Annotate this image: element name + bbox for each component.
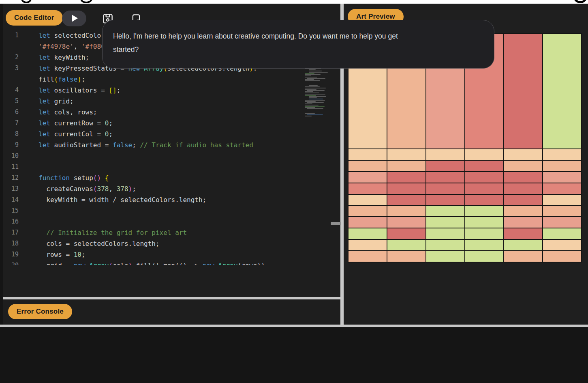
minimap-line — [309, 69, 316, 70]
line-number: 19 — [3, 249, 19, 260]
pixel-cell — [426, 161, 464, 171]
line-number: 9 — [3, 140, 19, 151]
pixel-cell — [387, 240, 425, 250]
line-number: 10 — [3, 151, 19, 161]
code-text: keyWidth = width / selectedColors.length… — [38, 194, 206, 205]
text-fragment — [21, 0, 32, 3]
indent-guide — [40, 205, 40, 216]
line-number: 17 — [3, 227, 19, 238]
pixel-cell — [465, 195, 503, 205]
pixel-cell — [465, 217, 503, 228]
code-text: function setup() { — [38, 172, 109, 183]
pixel-cell — [349, 228, 387, 239]
minimap-line — [305, 88, 326, 88]
chat-message-text: Hello, I'm here to help you learn about … — [113, 30, 398, 56]
code-line: 15 — [3, 205, 303, 216]
minimap-line — [305, 75, 311, 76]
panel-divider-horizontal[interactable] — [3, 297, 340, 299]
line-number: 15 — [3, 205, 19, 216]
pixel-cell — [387, 206, 425, 216]
pixel-cell — [349, 195, 387, 205]
section-divider-horizontal[interactable] — [0, 325, 588, 327]
scrollbar-thumb[interactable] — [331, 222, 341, 225]
line-number: 18 — [3, 238, 19, 249]
line-number: 8 — [3, 129, 19, 140]
line-number: 14 — [3, 194, 19, 205]
minimap-line — [309, 85, 318, 86]
pixel-cell — [426, 149, 464, 160]
pixel-cell — [426, 251, 464, 262]
pixel-art-grid — [349, 149, 581, 262]
minimap-line — [305, 100, 325, 101]
minimap-line — [305, 80, 320, 81]
pixel-cell — [504, 149, 542, 160]
minimap-line — [309, 96, 326, 97]
pixel-cell — [504, 172, 542, 183]
pixel-cell — [387, 195, 425, 205]
minimap-line — [305, 107, 315, 108]
minimap-line — [309, 97, 317, 98]
pixel-cell — [543, 206, 581, 216]
line-number: 20 — [3, 260, 19, 265]
code-line: 12function setup() { — [3, 172, 303, 183]
pixel-cell — [543, 228, 581, 239]
pixel-cell — [387, 161, 425, 171]
line-number: 7 — [3, 118, 19, 129]
pixel-cell — [543, 161, 581, 171]
pixel-cell — [387, 251, 425, 262]
line-number: 2 — [3, 52, 19, 63]
pixel-cell — [504, 183, 542, 194]
pixel-cell — [465, 251, 503, 262]
minimap-line — [307, 90, 325, 91]
code-text: let oscillators = []; — [38, 85, 120, 96]
pixel-cell — [465, 228, 503, 239]
cropped-page-text — [0, 0, 588, 4]
code-text: let currentCol = 0; — [38, 129, 113, 140]
pixel-cell — [387, 183, 425, 194]
code-line: 6let cols, rows; — [3, 107, 303, 118]
minimap-line — [307, 102, 324, 103]
line-number: 3 — [3, 63, 19, 74]
minimap-line — [305, 113, 315, 114]
pixel-cell — [504, 240, 542, 250]
pixel-cell — [426, 183, 464, 194]
line-number: 16 — [3, 216, 19, 227]
minimap-line — [305, 105, 319, 105]
error-console-panel: Error Console — [3, 299, 340, 325]
code-text: rows = 10; — [38, 249, 86, 260]
line-number: 1 — [3, 30, 19, 41]
minimap-line — [305, 86, 320, 87]
pixel-cell — [543, 240, 581, 250]
minimap-line — [305, 79, 314, 80]
pixel-cell — [349, 217, 387, 228]
minimap-line — [305, 101, 316, 102]
line-number: 5 — [3, 96, 19, 107]
piano-key[interactable] — [543, 34, 581, 148]
pixel-cell — [387, 172, 425, 183]
pixel-cell — [504, 161, 542, 171]
play-icon — [72, 15, 78, 22]
minimap-line — [305, 73, 314, 74]
code-text: let grid; — [38, 96, 74, 107]
line-number: 6 — [3, 107, 19, 118]
piano-key[interactable] — [504, 34, 542, 148]
indent-guide — [40, 216, 40, 227]
pixel-cell — [426, 228, 464, 239]
run-button[interactable] — [62, 11, 86, 26]
pixel-cell — [426, 217, 464, 228]
chat-message-bubble: Hello, I'm here to help you learn about … — [102, 20, 494, 69]
minimap-line — [307, 114, 323, 115]
minimap-line — [305, 89, 316, 90]
minimap-line — [305, 95, 316, 96]
app-root: Code Editor 1let selectedColors = ['#ffd… — [0, 0, 588, 383]
pixel-cell — [349, 206, 387, 216]
code-text: let keyWidth; — [38, 52, 89, 63]
code-line: 8let currentCol = 0; — [3, 129, 303, 140]
minimap-line — [305, 116, 312, 116]
code-line: 5let grid; — [3, 96, 303, 107]
line-number: 13 — [3, 183, 19, 194]
minimap-line — [307, 108, 323, 109]
minimap-line — [305, 93, 319, 93]
pixel-cell — [349, 183, 387, 194]
code-text: let audioStarted = false; // Track if au… — [38, 140, 253, 151]
